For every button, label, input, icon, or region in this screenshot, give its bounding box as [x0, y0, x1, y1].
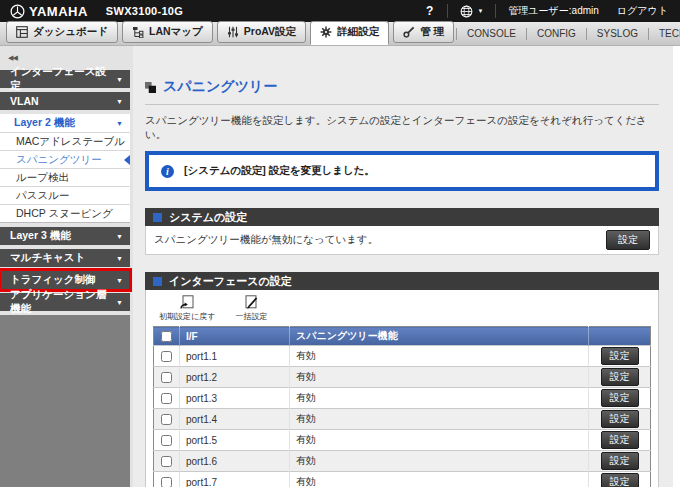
interface-table: I/F スパニングツリー機能 port1.1 有効 設定: [153, 326, 651, 487]
sidebar-item-label: MACアドレステーブル: [16, 135, 125, 149]
sidebar-group-layer2-expanded: Layer 2 機能 MACアドレステーブル スパニングツリー ループ検出 パス…: [0, 114, 130, 223]
row-checkbox[interactable]: [161, 414, 172, 425]
sidebar-group-label: トラフィック制御: [10, 273, 95, 287]
if-name: port1.1: [180, 346, 290, 367]
stp-status: 有効: [290, 367, 589, 388]
row-checkbox[interactable]: [161, 351, 172, 362]
brand-name: YAMAHA: [29, 4, 88, 19]
logout-link[interactable]: ログアウト: [605, 4, 670, 18]
collapse-sidebar-icon[interactable]: [8, 54, 17, 62]
sidebar: インターフェース設定 VLAN Layer 2 機能 MACアドレステーブル ス…: [0, 46, 133, 487]
sidebar-item-dhcp-snooping[interactable]: DHCP スヌーピング: [0, 204, 130, 222]
language-selector[interactable]: ▼: [448, 5, 495, 18]
chevron-down-icon: [116, 98, 123, 105]
title-divider: [145, 104, 659, 105]
top-bar: YAMAHA SWX3100-10G ? ▼ 管理ユーザー:admin ログアウ…: [0, 0, 680, 22]
interface-settings-section: インターフェースの設定 初期設定に戻す: [145, 272, 659, 487]
stp-status: 有効: [290, 409, 589, 430]
gear-icon: [320, 26, 332, 38]
stp-status: 有効: [290, 346, 589, 367]
section-title: インターフェースの設定: [169, 274, 292, 289]
column-header-action: [589, 327, 651, 346]
sidebar-group-interface-settings[interactable]: インターフェース設定: [0, 70, 130, 88]
stp-status: 有効: [290, 430, 589, 451]
sidebar-group-label: インターフェース設定: [10, 65, 116, 93]
link-syslog[interactable]: SYSLOG: [586, 28, 648, 40]
row-setting-button[interactable]: 設定: [601, 410, 639, 428]
yamaha-tuning-fork-icon: [10, 4, 25, 19]
system-setting-button[interactable]: 設定: [606, 230, 650, 250]
sidebar-group-layer3[interactable]: Layer 3 機能: [0, 227, 130, 245]
if-name: port1.6: [180, 451, 290, 472]
tab-proav-settings[interactable]: ProAV設定: [217, 21, 306, 43]
sidebar-item-loop-detection[interactable]: ループ検出: [0, 168, 130, 186]
interface-settings-header: インターフェースの設定: [145, 272, 659, 290]
table-row: port1.6 有効 設定: [154, 451, 651, 472]
chevron-down-icon: [116, 255, 123, 262]
chevron-down-icon: [116, 299, 123, 306]
tab-advanced-settings[interactable]: 詳細設定: [310, 21, 389, 45]
bulk-setting-button[interactable]: 一括設定: [235, 295, 267, 322]
row-setting-button[interactable]: 設定: [601, 389, 639, 407]
chevron-down-icon: [116, 76, 123, 83]
tab-label: ダッシュボード: [33, 25, 108, 39]
sidebar-group-layer2[interactable]: Layer 2 機能: [0, 114, 130, 132]
sidebar-item-label: パススルー: [16, 189, 69, 203]
chevron-down-icon: ▼: [477, 8, 483, 14]
if-name: port1.7: [180, 472, 290, 488]
row-setting-button[interactable]: 設定: [601, 431, 639, 449]
tab-lan-map[interactable]: LANマップ: [122, 21, 213, 43]
tab-management[interactable]: 管 理: [393, 21, 454, 43]
row-setting-button[interactable]: 設定: [601, 347, 639, 365]
table-row: port1.4 有効 設定: [154, 409, 651, 430]
main-tab-bar: ダッシュボード LANマップ ProAV設定: [0, 22, 680, 46]
chevron-down-icon: [116, 233, 123, 240]
help-button[interactable]: ?: [412, 4, 447, 18]
chevron-down-icon: [116, 120, 123, 127]
row-checkbox[interactable]: [161, 372, 172, 383]
logged-in-user: 管理ユーザー:admin: [496, 4, 604, 18]
sidebar-group-label: Layer 2 機能: [14, 116, 75, 130]
sidebar-item-passthrough[interactable]: パススルー: [0, 186, 130, 204]
table-row: port1.5 有効 設定: [154, 430, 651, 451]
section-square-icon: [153, 213, 162, 222]
yamaha-logo: YAMAHA: [10, 4, 88, 19]
sidebar-group-application-layer[interactable]: アプリケーション層機能: [0, 293, 130, 311]
row-checkbox[interactable]: [161, 456, 172, 467]
row-setting-button[interactable]: 設定: [601, 473, 639, 487]
page-title-text: スパニングツリー: [163, 78, 277, 96]
row-checkbox[interactable]: [161, 393, 172, 404]
row-setting-button[interactable]: 設定: [601, 452, 639, 470]
stp-status: 有効: [290, 388, 589, 409]
sidebar-item-mac-address-table[interactable]: MACアドレステーブル: [0, 132, 130, 150]
system-settings-row: スパニングツリー機能が無効になっています。 設定: [145, 226, 659, 255]
sidebar-group-traffic-control[interactable]: トラフィック制御: [0, 271, 130, 289]
reset-to-default-button[interactable]: 初期設定に戻す: [159, 295, 215, 322]
if-name: port1.5: [180, 430, 290, 451]
sidebar-group-multicast[interactable]: マルチキャスト: [0, 249, 130, 267]
table-row: port1.7 有効 設定: [154, 472, 651, 488]
info-icon: [161, 165, 174, 178]
edit-document-icon: [243, 295, 259, 310]
reset-document-icon: [179, 295, 195, 310]
row-checkbox[interactable]: [161, 435, 172, 446]
table-row: port1.1 有効 設定: [154, 346, 651, 367]
table-header-row: I/F スパニングツリー機能: [154, 327, 651, 346]
tool-label: 初期設定に戻す: [159, 311, 215, 322]
tab-label: ProAV設定: [244, 25, 296, 39]
sliders-icon: [227, 26, 239, 38]
sidebar-item-label: スパニングツリー: [16, 153, 102, 167]
row-checkbox[interactable]: [161, 477, 172, 487]
tab-dashboard[interactable]: ダッシュボード: [6, 21, 118, 43]
dashboard-icon: [16, 26, 28, 38]
sidebar-item-spanning-tree[interactable]: スパニングツリー: [0, 150, 130, 168]
page-title: スパニングツリー: [145, 78, 659, 96]
tab-label: 管 理: [420, 25, 444, 39]
link-config[interactable]: CONFIG: [526, 28, 586, 40]
link-console[interactable]: CONSOLE: [456, 28, 526, 40]
row-setting-button[interactable]: 設定: [601, 368, 639, 386]
sidebar-group-vlan[interactable]: VLAN: [0, 92, 130, 110]
column-header-function: スパニングツリー機能: [290, 327, 589, 346]
select-all-checkbox[interactable]: [161, 331, 172, 342]
link-techinfo[interactable]: TECHINFO: [648, 28, 680, 40]
